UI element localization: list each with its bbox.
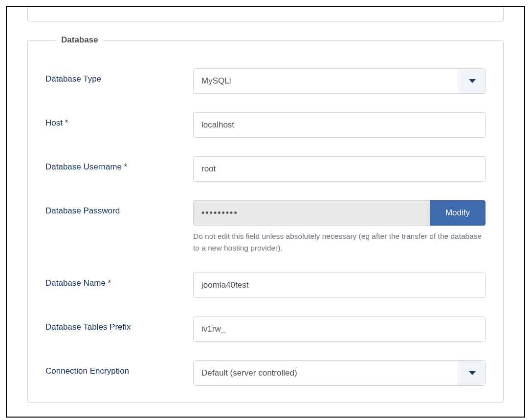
label-host: Host * (45, 112, 193, 128)
database-fieldset: Database Database Type MySQLi Host * Dat… (27, 35, 504, 403)
field-database-type: MySQLi (193, 68, 486, 94)
database-username-input[interactable] (193, 156, 486, 182)
database-prefix-input[interactable] (193, 316, 486, 342)
field-database-prefix (193, 316, 486, 342)
label-database-password: Database Password (45, 200, 193, 216)
row-database-type: Database Type MySQLi (45, 68, 486, 94)
row-database-prefix: Database Tables Prefix (45, 316, 486, 342)
row-connection-encryption: Connection Encryption Default (server co… (45, 360, 486, 386)
connection-encryption-value: Default (server controlled) (194, 361, 459, 385)
label-database-prefix: Database Tables Prefix (45, 316, 193, 332)
label-database-username: Database Username * (45, 156, 193, 172)
database-name-input[interactable] (193, 273, 486, 298)
field-host (193, 112, 486, 138)
row-database-username: Database Username * (45, 156, 486, 182)
field-connection-encryption: Default (server controlled) (193, 360, 486, 386)
label-database-type: Database Type (45, 68, 193, 84)
connection-encryption-select[interactable]: Default (server controlled) (193, 360, 486, 386)
password-help-text: Do not edit this field unless absolutely… (193, 231, 486, 254)
label-database-name: Database Name * (45, 273, 193, 288)
database-password-input[interactable] (193, 200, 430, 226)
label-connection-encryption: Connection Encryption (45, 360, 193, 376)
field-database-password: Modify Do not edit this field unless abs… (193, 200, 486, 254)
field-database-username (193, 156, 486, 182)
row-database-password: Database Password Modify Do not edit thi… (45, 200, 486, 254)
previous-panel-tail (27, 7, 504, 21)
chevron-down-icon (459, 361, 485, 385)
row-database-name: Database Name * (45, 273, 486, 298)
chevron-down-icon (459, 69, 485, 93)
database-type-value: MySQLi (194, 69, 459, 93)
field-database-name (193, 273, 486, 298)
modify-button[interactable]: Modify (430, 200, 486, 226)
fieldset-legend: Database (56, 35, 103, 45)
row-host: Host * (45, 112, 486, 138)
config-panel-frame: Database Database Type MySQLi Host * Dat… (6, 6, 525, 418)
host-input[interactable] (193, 112, 486, 138)
database-type-select[interactable]: MySQLi (193, 68, 486, 94)
password-input-group: Modify (193, 200, 486, 226)
